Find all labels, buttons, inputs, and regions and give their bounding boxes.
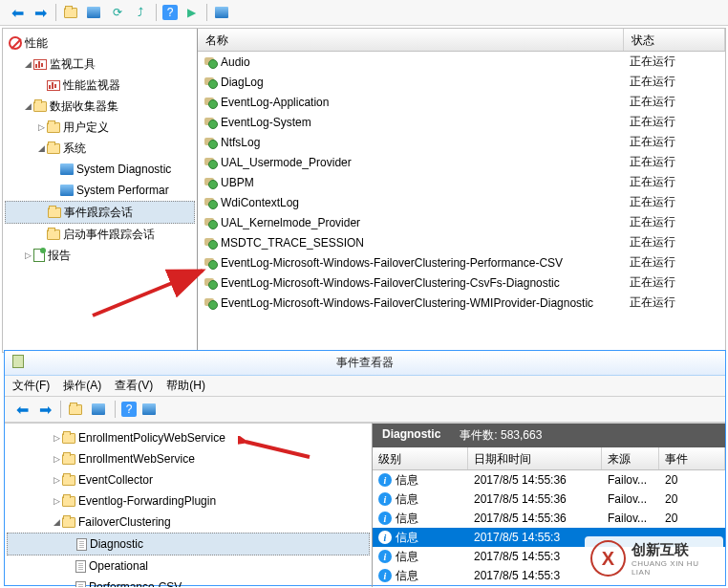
tree-root-performance[interactable]: 性能	[5, 33, 195, 54]
event-tree-folder[interactable]: ◢FailoverClustering	[7, 512, 370, 533]
list-item[interactable]: MSDTC_TRACE_SESSION正在运行	[198, 232, 725, 252]
col-status[interactable]: 状态	[624, 29, 725, 51]
tree-system[interactable]: ◢系统	[5, 138, 195, 159]
folder-icon[interactable]	[67, 400, 86, 419]
help-icon[interactable]: ?	[121, 402, 137, 417]
list-item[interactable]: EventLog-Microsoft-Windows-FailoverClust…	[198, 252, 725, 272]
event-tree-folder[interactable]: ▷EventCollector	[7, 469, 370, 490]
list-item[interactable]: UAL_Kernelmode_Provider正在运行	[198, 212, 725, 232]
menu-action[interactable]: 操作(A)	[63, 378, 101, 394]
expand-icon[interactable]: ▷	[22, 247, 33, 264]
expand-icon[interactable]: ▷	[35, 119, 47, 136]
event-datetime: 2017/8/5 14:55:3	[468, 530, 602, 545]
pane-title: Diagnostic	[382, 427, 440, 444]
session-status: 正在运行	[630, 174, 725, 190]
event-level: 信息	[396, 569, 418, 582]
expand-icon[interactable]: ▷	[51, 450, 62, 468]
event-tree-folder[interactable]: ▷Eventlog-ForwardingPlugin	[7, 490, 370, 512]
event-tree-folder[interactable]: ▷EnrollmentPolicyWebService	[7, 427, 370, 448]
col-level[interactable]: 级别	[373, 447, 468, 469]
list-item[interactable]: DiagLog正在运行	[198, 72, 725, 92]
session-status: 正在运行	[630, 94, 725, 110]
tree-event-trace-sessions[interactable]: 事件跟踪会话	[5, 201, 195, 224]
collapse-icon[interactable]: ◢	[35, 140, 47, 157]
nav-back-button[interactable]: ⬅	[12, 400, 32, 419]
list-item[interactable]: UBPM正在运行	[198, 172, 725, 192]
event-tree-log[interactable]: Diagnostic	[7, 533, 370, 555]
session-status: 正在运行	[630, 114, 725, 130]
tree-monitor-tools[interactable]: ◢监视工具	[5, 54, 195, 75]
session-icon	[203, 116, 217, 129]
event-pane-header: Diagnostic 事件数: 583,663	[373, 424, 725, 447]
col-eventid[interactable]: 事件	[659, 447, 725, 469]
tree-label: 性能监视器	[63, 76, 120, 94]
event-level: 信息	[396, 492, 418, 506]
event-tree-folder[interactable]: ▷EnrollmentWebService	[7, 448, 370, 469]
event-viewer-tree[interactable]: ▷EnrollmentPolicyWebService▷EnrollmentWe…	[5, 423, 373, 587]
expand-icon[interactable]: ◢	[51, 513, 62, 531]
event-tree-log[interactable]: Operational	[7, 555, 370, 577]
list-item[interactable]: EventLog-System正在运行	[198, 112, 725, 132]
view-icon[interactable]	[85, 3, 104, 22]
nav-forward-button[interactable]: ➡	[31, 3, 50, 22]
event-row[interactable]: i信息2017/8/5 14:55:36Failov...20	[373, 490, 725, 509]
col-name[interactable]: 名称	[198, 29, 624, 51]
list-item[interactable]: NtfsLog正在运行	[198, 132, 725, 152]
list-item[interactable]: EventLog-Microsoft-Windows-FailoverClust…	[198, 293, 725, 313]
tree-label: EnrollmentWebService	[78, 450, 195, 468]
list-item[interactable]: UAL_Usermode_Provider正在运行	[198, 152, 725, 172]
props-icon[interactable]	[140, 400, 160, 419]
refresh-icon[interactable]: ⟳	[108, 3, 127, 22]
watermark-cn: 创新互联	[632, 541, 717, 559]
help-icon[interactable]: ?	[162, 5, 178, 20]
info-icon: i	[378, 512, 392, 525]
expand-icon[interactable]: ▷	[51, 429, 62, 446]
event-level: 信息	[396, 473, 418, 487]
tree-userdef[interactable]: ▷用户定义	[5, 117, 195, 138]
list-item[interactable]: EventLog-Microsoft-Windows-FailoverClust…	[198, 272, 725, 293]
folder-up-icon[interactable]	[62, 3, 81, 22]
export-icon[interactable]: ⤴	[131, 3, 150, 22]
info-icon: i	[378, 569, 392, 582]
tree-sysdiag[interactable]: System Diagnostic	[5, 159, 195, 180]
tree-perfmon[interactable]: 性能监视器	[5, 75, 195, 96]
expand-icon[interactable]: ▷	[51, 471, 62, 489]
tree-sysperf[interactable]: System Performar	[5, 180, 195, 201]
list-item[interactable]: EventLog-Application正在运行	[198, 92, 725, 112]
event-viewer-icon	[12, 355, 27, 371]
session-status: 正在运行	[630, 194, 725, 210]
tree-label: 用户定义	[63, 119, 109, 136]
tree-label: Operational	[89, 557, 148, 575]
event-row[interactable]: i信息2017/8/5 14:55:36Failov...20	[373, 470, 725, 490]
menu-file[interactable]: 文件(F)	[12, 378, 50, 394]
tree-startup-event-trace[interactable]: 启动事件跟踪会话	[5, 224, 195, 245]
list-item[interactable]: Audio正在运行	[198, 52, 725, 72]
view-icon[interactable]	[90, 400, 109, 419]
col-datetime[interactable]: 日期和时间	[468, 447, 602, 469]
event-tree-log[interactable]: Performance-CSV	[7, 577, 370, 587]
watermark-logo-icon	[590, 540, 626, 577]
session-icon	[203, 176, 217, 189]
event-level: 信息	[396, 550, 418, 563]
run-icon[interactable]: ▶	[182, 3, 201, 22]
collapse-icon[interactable]: ◢	[22, 55, 33, 73]
tree-label: Eventlog-ForwardingPlugin	[78, 492, 216, 510]
tree-label: EventCollector	[78, 471, 153, 489]
col-source[interactable]: 来源	[602, 447, 659, 469]
nav-back-button[interactable]: ⬅	[8, 3, 27, 22]
menu-help[interactable]: 帮助(H)	[166, 378, 205, 394]
title-text: 事件查看器	[336, 356, 394, 369]
session-icon	[203, 196, 217, 209]
tree-label: 启动事件跟踪会话	[63, 226, 155, 243]
nav-forward-button[interactable]: ➡	[35, 400, 54, 419]
info-icon: i	[378, 550, 392, 563]
grid-icon[interactable]	[213, 3, 232, 22]
list-item[interactable]: WdiContextLog正在运行	[198, 192, 725, 212]
event-row[interactable]: i信息2017/8/5 14:55:36Failov...20	[373, 509, 725, 528]
tree-collector-sets[interactable]: ◢数据收集器集	[5, 96, 195, 117]
menu-view[interactable]: 查看(V)	[115, 378, 153, 394]
session-name: EventLog-Microsoft-Windows-FailoverClust…	[221, 256, 563, 270]
expand-icon[interactable]: ▷	[51, 492, 62, 510]
tree-label: FailoverClustering	[78, 513, 171, 531]
collapse-icon[interactable]: ◢	[22, 98, 33, 115]
